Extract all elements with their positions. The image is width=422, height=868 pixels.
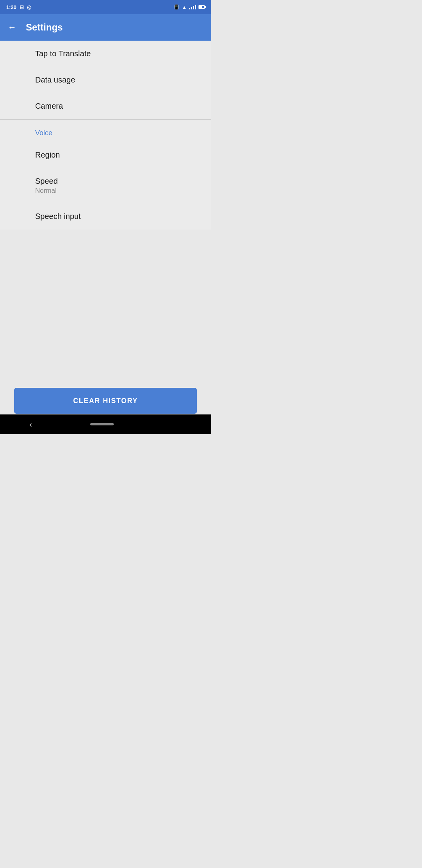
nav-bar: ‹: [0, 414, 211, 434]
settings-list: Tap to Translate Data usage Camera Voice…: [0, 41, 211, 230]
clear-history-button[interactable]: CLEAR HISTORY: [14, 388, 197, 414]
page-title: Settings: [26, 22, 63, 33]
app-bar: ← Settings: [0, 14, 211, 41]
settings-item-speed[interactable]: Speed Normal: [0, 168, 211, 203]
settings-item-region[interactable]: Region: [0, 142, 211, 168]
voice-section-header: Voice: [0, 120, 211, 142]
vibrate-icon: 📳: [173, 4, 179, 10]
back-button[interactable]: ←: [8, 22, 16, 32]
settings-item-data-usage[interactable]: Data usage: [0, 67, 211, 93]
nav-home-pill[interactable]: [90, 423, 114, 425]
time-display: 1:20: [6, 4, 16, 10]
settings-item-speech-input[interactable]: Speech input: [0, 203, 211, 230]
status-bar: 1:20 ⊟ ◎ 📳 ▲: [0, 0, 211, 14]
battery-icon: [198, 5, 205, 9]
wifi-icon: ▲: [182, 4, 187, 10]
signal-icon: [189, 5, 196, 9]
status-left: 1:20 ⊟ ◎: [6, 4, 31, 10]
at-icon: ◎: [27, 4, 31, 10]
nav-back-button[interactable]: ‹: [29, 420, 32, 429]
status-right: 📳 ▲: [173, 4, 205, 10]
clipboard-icon: ⊟: [20, 4, 24, 10]
settings-item-tap-to-translate[interactable]: Tap to Translate: [0, 41, 211, 67]
settings-item-camera[interactable]: Camera: [0, 93, 211, 119]
